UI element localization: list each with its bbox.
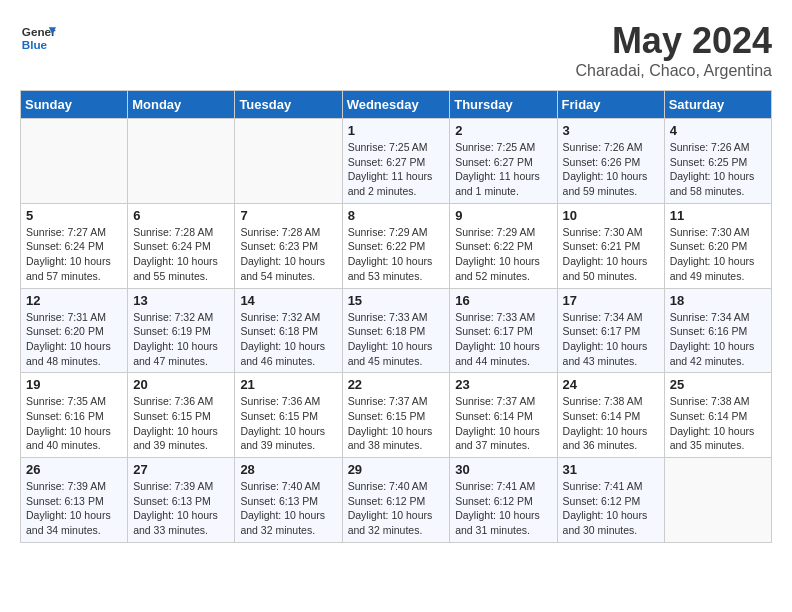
day-number: 15 — [348, 293, 445, 308]
day-cell: 12Sunrise: 7:31 AM Sunset: 6:20 PM Dayli… — [21, 288, 128, 373]
day-number: 23 — [455, 377, 551, 392]
col-header-sunday: Sunday — [21, 91, 128, 119]
day-cell: 30Sunrise: 7:41 AM Sunset: 6:12 PM Dayli… — [450, 458, 557, 543]
col-header-tuesday: Tuesday — [235, 91, 342, 119]
day-number: 22 — [348, 377, 445, 392]
day-number: 12 — [26, 293, 122, 308]
week-row-3: 12Sunrise: 7:31 AM Sunset: 6:20 PM Dayli… — [21, 288, 772, 373]
day-cell — [21, 119, 128, 204]
day-cell: 31Sunrise: 7:41 AM Sunset: 6:12 PM Dayli… — [557, 458, 664, 543]
day-cell: 6Sunrise: 7:28 AM Sunset: 6:24 PM Daylig… — [128, 203, 235, 288]
logo-icon: General Blue — [20, 20, 56, 56]
day-detail: Sunrise: 7:28 AM Sunset: 6:24 PM Dayligh… — [133, 225, 229, 284]
day-number: 27 — [133, 462, 229, 477]
day-detail: Sunrise: 7:30 AM Sunset: 6:20 PM Dayligh… — [670, 225, 766, 284]
day-detail: Sunrise: 7:34 AM Sunset: 6:16 PM Dayligh… — [670, 310, 766, 369]
day-detail: Sunrise: 7:36 AM Sunset: 6:15 PM Dayligh… — [133, 394, 229, 453]
col-header-wednesday: Wednesday — [342, 91, 450, 119]
day-number: 13 — [133, 293, 229, 308]
week-row-2: 5Sunrise: 7:27 AM Sunset: 6:24 PM Daylig… — [21, 203, 772, 288]
location-title: Charadai, Chaco, Argentina — [575, 62, 772, 80]
day-cell: 5Sunrise: 7:27 AM Sunset: 6:24 PM Daylig… — [21, 203, 128, 288]
day-number: 3 — [563, 123, 659, 138]
day-number: 6 — [133, 208, 229, 223]
day-cell: 10Sunrise: 7:30 AM Sunset: 6:21 PM Dayli… — [557, 203, 664, 288]
day-detail: Sunrise: 7:40 AM Sunset: 6:12 PM Dayligh… — [348, 479, 445, 538]
day-cell: 11Sunrise: 7:30 AM Sunset: 6:20 PM Dayli… — [664, 203, 771, 288]
day-cell: 28Sunrise: 7:40 AM Sunset: 6:13 PM Dayli… — [235, 458, 342, 543]
day-cell: 17Sunrise: 7:34 AM Sunset: 6:17 PM Dayli… — [557, 288, 664, 373]
col-header-thursday: Thursday — [450, 91, 557, 119]
day-number: 9 — [455, 208, 551, 223]
day-detail: Sunrise: 7:37 AM Sunset: 6:15 PM Dayligh… — [348, 394, 445, 453]
day-detail: Sunrise: 7:31 AM Sunset: 6:20 PM Dayligh… — [26, 310, 122, 369]
day-number: 20 — [133, 377, 229, 392]
day-cell: 24Sunrise: 7:38 AM Sunset: 6:14 PM Dayli… — [557, 373, 664, 458]
day-number: 11 — [670, 208, 766, 223]
week-row-4: 19Sunrise: 7:35 AM Sunset: 6:16 PM Dayli… — [21, 373, 772, 458]
month-title: May 2024 — [575, 20, 772, 62]
day-detail: Sunrise: 7:26 AM Sunset: 6:25 PM Dayligh… — [670, 140, 766, 199]
calendar-table: SundayMondayTuesdayWednesdayThursdayFrid… — [20, 90, 772, 543]
col-header-friday: Friday — [557, 91, 664, 119]
day-detail: Sunrise: 7:35 AM Sunset: 6:16 PM Dayligh… — [26, 394, 122, 453]
day-number: 8 — [348, 208, 445, 223]
day-number: 17 — [563, 293, 659, 308]
day-number: 4 — [670, 123, 766, 138]
day-detail: Sunrise: 7:29 AM Sunset: 6:22 PM Dayligh… — [348, 225, 445, 284]
day-cell: 26Sunrise: 7:39 AM Sunset: 6:13 PM Dayli… — [21, 458, 128, 543]
day-cell: 29Sunrise: 7:40 AM Sunset: 6:12 PM Dayli… — [342, 458, 450, 543]
day-number: 28 — [240, 462, 336, 477]
day-detail: Sunrise: 7:32 AM Sunset: 6:18 PM Dayligh… — [240, 310, 336, 369]
day-cell: 18Sunrise: 7:34 AM Sunset: 6:16 PM Dayli… — [664, 288, 771, 373]
day-detail: Sunrise: 7:32 AM Sunset: 6:19 PM Dayligh… — [133, 310, 229, 369]
col-header-saturday: Saturday — [664, 91, 771, 119]
day-number: 19 — [26, 377, 122, 392]
day-detail: Sunrise: 7:33 AM Sunset: 6:18 PM Dayligh… — [348, 310, 445, 369]
day-detail: Sunrise: 7:30 AM Sunset: 6:21 PM Dayligh… — [563, 225, 659, 284]
day-detail: Sunrise: 7:34 AM Sunset: 6:17 PM Dayligh… — [563, 310, 659, 369]
day-cell — [664, 458, 771, 543]
svg-text:Blue: Blue — [22, 38, 48, 51]
calendar-header-row: SundayMondayTuesdayWednesdayThursdayFrid… — [21, 91, 772, 119]
day-detail: Sunrise: 7:29 AM Sunset: 6:22 PM Dayligh… — [455, 225, 551, 284]
day-cell: 21Sunrise: 7:36 AM Sunset: 6:15 PM Dayli… — [235, 373, 342, 458]
page-header: General Blue May 2024 Charadai, Chaco, A… — [20, 20, 772, 80]
day-cell: 2Sunrise: 7:25 AM Sunset: 6:27 PM Daylig… — [450, 119, 557, 204]
day-detail: Sunrise: 7:28 AM Sunset: 6:23 PM Dayligh… — [240, 225, 336, 284]
day-detail: Sunrise: 7:36 AM Sunset: 6:15 PM Dayligh… — [240, 394, 336, 453]
day-cell — [128, 119, 235, 204]
day-detail: Sunrise: 7:25 AM Sunset: 6:27 PM Dayligh… — [348, 140, 445, 199]
day-number: 7 — [240, 208, 336, 223]
day-detail: Sunrise: 7:25 AM Sunset: 6:27 PM Dayligh… — [455, 140, 551, 199]
day-cell: 22Sunrise: 7:37 AM Sunset: 6:15 PM Dayli… — [342, 373, 450, 458]
day-number: 31 — [563, 462, 659, 477]
day-cell — [235, 119, 342, 204]
day-cell: 27Sunrise: 7:39 AM Sunset: 6:13 PM Dayli… — [128, 458, 235, 543]
day-cell: 9Sunrise: 7:29 AM Sunset: 6:22 PM Daylig… — [450, 203, 557, 288]
day-cell: 7Sunrise: 7:28 AM Sunset: 6:23 PM Daylig… — [235, 203, 342, 288]
day-cell: 1Sunrise: 7:25 AM Sunset: 6:27 PM Daylig… — [342, 119, 450, 204]
day-number: 14 — [240, 293, 336, 308]
day-detail: Sunrise: 7:26 AM Sunset: 6:26 PM Dayligh… — [563, 140, 659, 199]
day-number: 30 — [455, 462, 551, 477]
week-row-5: 26Sunrise: 7:39 AM Sunset: 6:13 PM Dayli… — [21, 458, 772, 543]
day-detail: Sunrise: 7:33 AM Sunset: 6:17 PM Dayligh… — [455, 310, 551, 369]
day-detail: Sunrise: 7:40 AM Sunset: 6:13 PM Dayligh… — [240, 479, 336, 538]
day-detail: Sunrise: 7:38 AM Sunset: 6:14 PM Dayligh… — [563, 394, 659, 453]
day-number: 29 — [348, 462, 445, 477]
day-number: 5 — [26, 208, 122, 223]
day-cell: 23Sunrise: 7:37 AM Sunset: 6:14 PM Dayli… — [450, 373, 557, 458]
day-cell: 3Sunrise: 7:26 AM Sunset: 6:26 PM Daylig… — [557, 119, 664, 204]
logo: General Blue — [20, 20, 56, 56]
week-row-1: 1Sunrise: 7:25 AM Sunset: 6:27 PM Daylig… — [21, 119, 772, 204]
day-cell: 8Sunrise: 7:29 AM Sunset: 6:22 PM Daylig… — [342, 203, 450, 288]
day-cell: 19Sunrise: 7:35 AM Sunset: 6:16 PM Dayli… — [21, 373, 128, 458]
svg-text:General: General — [22, 25, 56, 38]
day-detail: Sunrise: 7:39 AM Sunset: 6:13 PM Dayligh… — [133, 479, 229, 538]
day-detail: Sunrise: 7:41 AM Sunset: 6:12 PM Dayligh… — [455, 479, 551, 538]
title-block: May 2024 Charadai, Chaco, Argentina — [575, 20, 772, 80]
day-number: 1 — [348, 123, 445, 138]
day-number: 21 — [240, 377, 336, 392]
day-number: 25 — [670, 377, 766, 392]
